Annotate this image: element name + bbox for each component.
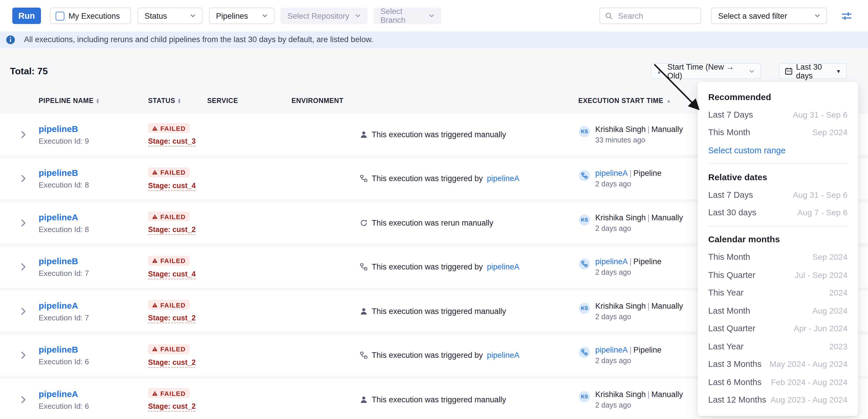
filter-settings-icon[interactable] [842,11,851,20]
failed-stage-link[interactable]: Stage: cust_2 [148,358,196,367]
status-badge: FAILED [148,123,190,133]
pipeline-name-link[interactable]: pipelineB [39,124,78,133]
run-button[interactable]: Run [12,8,41,24]
execution-time: 2 days ago [595,180,661,188]
chevron-down-icon [190,14,195,18]
execution-start-cell: pipelineA|Pipeline 2 days ago [579,346,661,365]
menu-item-date-range: May 2024 - Aug 2024 [770,360,847,369]
status-badge: FAILED [148,344,190,354]
starter-pipeline-link[interactable]: pipelineA [595,346,628,354]
menu-section-header: Relative dates [708,168,847,186]
search-field[interactable] [599,8,701,24]
saved-filter-dropdown[interactable]: Select a saved filter [711,8,827,24]
menu-item-label: Last Year [708,342,744,351]
separator: | [646,390,651,398]
menu-item-date-range: Apr - Jun 2024 [794,324,847,333]
pipeline-name-link[interactable]: pipelineA [39,389,78,398]
sort-dropdown[interactable]: Start Time (New → Old) [651,63,761,79]
starter-pipeline-link[interactable]: pipelineA [595,169,628,178]
sort-dropdown-label: Start Time (New → Old) [667,62,749,80]
menu-item-label: Last 7 Days [708,110,753,119]
trigger-text: This execution was rerun manually [372,218,493,227]
pipeline-name-link[interactable]: pipelineB [39,168,78,178]
total-count: Total: 75 [10,66,48,77]
menu-item-last-6-months[interactable]: Last 6 MonthsFeb 2024 - Aug 2024 [708,373,847,391]
expand-chevron-icon[interactable] [21,175,26,182]
starter-name-line: Krishika Singh|Manually [595,213,683,222]
my-executions-filter[interactable]: My Executions [50,8,131,24]
sort-ascending-icon[interactable]: ▲ [666,98,671,103]
menu-item-label: This Year [708,288,744,297]
expand-chevron-icon[interactable] [21,263,26,271]
sort-arrows-icon[interactable]: ▴▾ [178,97,181,104]
menu-item-this-quarter[interactable]: This QuarterJul - Sep 2024 [708,266,847,284]
menu-item-last-year[interactable]: Last Year2023 [708,337,847,355]
trigger-pipeline-link[interactable]: pipelineA [487,351,520,360]
menu-item-last-30-days[interactable]: Last 30 daysAug 7 - Sep 6 [708,204,847,222]
pipeline-name-cell: pipelineA Execution Id: 7 [39,300,89,322]
starter-name-line: pipelineA|Pipeline [595,169,661,178]
failed-stage-link[interactable]: Stage: cust_4 [148,270,196,279]
expand-chevron-icon[interactable] [21,307,26,315]
menu-item-label: Last 12 Months [708,395,766,405]
pipeline-name-link[interactable]: pipelineA [39,212,78,222]
pipelines-dropdown-label: Pipelines [216,11,248,20]
status-cell: FAILED Stage: cust_4 [148,166,196,191]
menu-item-last-month[interactable]: Last MonthAug 2024 [708,302,847,320]
sort-arrows-icon[interactable]: ▴▾ [97,97,99,104]
status-label: FAILED [160,346,186,353]
menu-item-last-7-days[interactable]: Last 7 DaysAug 31 - Sep 6 [708,186,847,204]
pipeline-icon [360,263,368,271]
menu-item-last-3-months[interactable]: Last 3 MonthsMay 2024 - Aug 2024 [708,355,847,373]
pipeline-name-link[interactable]: pipelineB [39,256,78,266]
pipeline-icon [360,351,368,359]
menu-item-select-custom-range[interactable]: Select custom range [708,141,847,159]
failed-stage-link[interactable]: Stage: cust_3 [148,137,196,147]
failed-stage-link[interactable]: Stage: cust_2 [148,402,196,412]
column-label: ENVIRONMENT [291,97,344,104]
menu-item-last-quarter[interactable]: Last QuarterApr - Jun 2024 [708,320,847,337]
my-executions-checkbox[interactable] [56,11,64,20]
execution-time: 2 days ago [595,224,683,232]
menu-item-date-range: Sep 2024 [812,128,847,137]
failed-stage-link[interactable]: Stage: cust_2 [148,226,196,235]
column-header-status[interactable]: STATUS▴▾ [148,97,181,104]
expand-chevron-icon[interactable] [21,130,26,138]
failed-stage-link[interactable]: Stage: cust_4 [148,182,196,191]
status-badge: FAILED [148,212,190,222]
warning-icon [152,391,157,396]
status-badge: FAILED [148,388,190,398]
column-header-execution-start-time[interactable]: EXECUTION START TIME▲ [578,97,671,104]
pipeline-icon [360,175,368,182]
expand-chevron-icon[interactable] [21,396,26,403]
pipeline-name-link[interactable]: pipelineB [39,344,78,354]
status-dropdown[interactable]: Status [137,8,203,24]
select-repository-dropdown[interactable]: Select Repository [280,8,368,24]
pipelines-dropdown[interactable]: Pipelines [209,8,275,24]
pipeline-name-link[interactable]: pipelineA [39,300,78,310]
date-range-dropdown[interactable]: Last 30 days ▼ [779,63,847,79]
pipeline-name-cell: pipelineB Execution Id: 7 [39,256,89,278]
expand-chevron-icon[interactable] [21,219,26,226]
failed-stage-link[interactable]: Stage: cust_2 [148,314,196,323]
execution-id: Execution Id: 7 [39,313,89,322]
trigger-text: This execution was triggered by [372,262,483,271]
menu-section-header-label: Relative dates [708,172,767,182]
menu-item-last-7-days[interactable]: Last 7 DaysAug 31 - Sep 6 [708,106,847,124]
menu-item-last-12-months[interactable]: Last 12 MonthsAug 2023 - Aug 2024 [708,391,847,409]
select-branch-dropdown[interactable]: Select Branch [373,8,441,24]
separator: | [646,301,651,310]
search-input[interactable] [617,11,694,21]
execution-id: Execution Id: 6 [39,357,89,366]
menu-item-label: This Month [708,128,750,137]
warning-icon [152,126,157,130]
expand-chevron-icon[interactable] [21,351,26,359]
starter-pipeline-link[interactable]: pipelineA [595,257,628,266]
column-header-pipeline-name[interactable]: PIPELINE NAME▴▾ [39,97,99,104]
trigger-pipeline-link[interactable]: pipelineA [487,174,520,183]
menu-item-this-month[interactable]: This MonthSep 2024 [708,124,847,141]
trigger-pipeline-link[interactable]: pipelineA [487,262,520,271]
menu-item-this-month[interactable]: This MonthSep 2024 [708,248,847,266]
menu-item-this-year[interactable]: This Year2024 [708,284,847,302]
status-cell: FAILED Stage: cust_2 [148,343,196,367]
